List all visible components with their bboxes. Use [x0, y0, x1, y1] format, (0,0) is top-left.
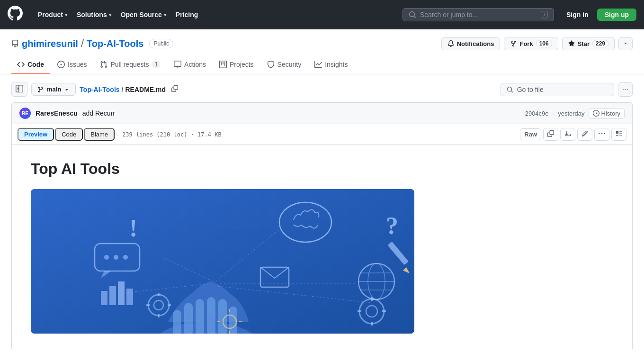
- tab-preview[interactable]: Preview: [18, 128, 54, 141]
- repo-meta: ghimiresunil / Top-AI-Tools Public Notif…: [11, 37, 633, 50]
- repo-separator: /: [81, 37, 84, 50]
- topnav-opensource[interactable]: Open Source ▾: [117, 8, 170, 21]
- chevron-down-icon: [623, 40, 628, 46]
- tab-code[interactable]: Code: [55, 128, 83, 141]
- tab-code[interactable]: Code: [11, 56, 50, 74]
- file-toolbar: main Top-AI-Tools / README.md: [11, 82, 633, 97]
- search-icon: [507, 86, 513, 93]
- chevron-down-icon: ▾: [109, 12, 111, 18]
- topnav-pricing[interactable]: Pricing: [172, 8, 202, 21]
- pr-count: 1: [152, 61, 161, 68]
- more-file-options-button[interactable]: [594, 128, 609, 141]
- github-logo[interactable]: [8, 6, 23, 24]
- svg-point-14: [123, 255, 128, 260]
- star-count: 229: [592, 40, 608, 47]
- outline-button[interactable]: [611, 128, 626, 141]
- readme-title: Top AI Tools: [31, 160, 613, 178]
- svg-point-13: [114, 255, 118, 260]
- file-view-actions: Raw: [520, 128, 626, 141]
- insights-icon: [314, 61, 322, 68]
- signin-button[interactable]: Sign in: [562, 9, 593, 21]
- fork-label: Fork: [519, 40, 533, 47]
- slash-badge: /: [541, 11, 548, 18]
- fork-icon: [510, 40, 517, 47]
- tab-actions[interactable]: Actions: [168, 56, 212, 74]
- security-icon: [267, 61, 275, 68]
- sidebar-toggle-button[interactable]: [11, 82, 27, 97]
- branch-name: main: [47, 86, 61, 93]
- svg-rect-23: [109, 286, 116, 305]
- issue-icon: [57, 61, 65, 68]
- commit-author: RaresEnescu: [36, 109, 78, 117]
- history-icon: [593, 110, 599, 117]
- history-button[interactable]: History: [589, 108, 625, 119]
- topnav-product[interactable]: Product ▾: [34, 8, 71, 21]
- commit-row: RE RaresEnescu add Recurr 2904c9e · yest…: [11, 102, 633, 124]
- svg-rect-3: [184, 303, 193, 334]
- history-label: History: [601, 110, 620, 117]
- repo-header: ghimiresunil / Top-AI-Tools Public Notif…: [0, 29, 644, 74]
- edit-button[interactable]: [577, 128, 592, 141]
- go-to-file-input[interactable]: [517, 86, 608, 93]
- signup-button[interactable]: Sign up: [597, 9, 636, 21]
- commit-right: 2904c9e · yesterday History: [525, 108, 625, 119]
- tab-insights[interactable]: Insights: [309, 56, 353, 74]
- chevron-down-icon: ▾: [164, 12, 166, 18]
- projects-icon: [219, 61, 227, 68]
- fork-count: 106: [536, 40, 552, 47]
- commit-message: add Recurr: [82, 109, 115, 117]
- topnav-links: Product ▾ Solutions ▾ Open Source ▾ Pric…: [34, 8, 395, 21]
- raw-button[interactable]: Raw: [520, 128, 541, 140]
- topnav-solutions[interactable]: Solutions ▾: [73, 8, 115, 21]
- tab-blame[interactable]: Blame: [84, 128, 115, 141]
- actions-icon: [174, 61, 181, 68]
- bell-icon: [447, 40, 454, 47]
- notifications-label: Notifications: [457, 40, 494, 47]
- tab-security[interactable]: Security: [261, 56, 307, 74]
- file-path-repo[interactable]: Top-AI-Tools: [80, 86, 119, 93]
- pr-icon: [100, 61, 107, 68]
- edit-icon: [581, 130, 588, 137]
- add-options-button[interactable]: [618, 37, 633, 50]
- star-button[interactable]: Star 229: [562, 37, 615, 50]
- copy-content-button[interactable]: [543, 128, 558, 141]
- file-view-tabs: Preview Code Blame: [18, 128, 115, 141]
- copy-icon: [171, 85, 178, 92]
- svg-rect-2: [173, 310, 181, 334]
- branch-button[interactable]: main: [31, 83, 76, 96]
- sidebar-icon: [16, 85, 23, 92]
- branch-icon: [37, 86, 44, 93]
- download-button[interactable]: [560, 128, 575, 141]
- repo-owner-link[interactable]: ghimiresunil: [22, 38, 78, 49]
- visibility-badge: Public: [149, 39, 173, 48]
- download-icon: [564, 130, 571, 137]
- search-bar[interactable]: /: [402, 8, 554, 21]
- svg-point-12: [104, 255, 109, 260]
- more-options-button[interactable]: ···: [618, 82, 633, 97]
- chevron-down-icon: ▾: [65, 12, 67, 18]
- repo-name-link[interactable]: Top-AI-Tools: [87, 38, 143, 49]
- copy-path-button[interactable]: [170, 84, 180, 94]
- svg-rect-4: [196, 299, 204, 334]
- readme-image: ? !: [31, 189, 414, 334]
- commit-dot: ·: [553, 110, 555, 117]
- go-to-file-search[interactable]: [501, 83, 614, 96]
- star-label: Star: [578, 40, 590, 47]
- svg-text:!: !: [129, 215, 137, 242]
- file-info: 239 lines (210 loc) · 17.4 KB: [122, 131, 222, 138]
- topnav: Product ▾ Solutions ▾ Open Source ▾ Pric…: [0, 0, 644, 29]
- tab-issues[interactable]: Issues: [52, 56, 92, 74]
- topnav-actions: Sign in Sign up: [562, 9, 636, 21]
- search-icon: [409, 11, 416, 18]
- svg-text:?: ?: [386, 212, 398, 239]
- commit-time: yesterday: [558, 110, 584, 117]
- tab-pullrequests[interactable]: Pull requests 1: [94, 56, 166, 74]
- notifications-button[interactable]: Notifications: [441, 37, 501, 50]
- repo-tabs: Code Issues Pull requests 1 Actions Pr: [11, 56, 633, 74]
- search-input[interactable]: [420, 11, 537, 18]
- svg-rect-5: [207, 297, 215, 334]
- tab-projects[interactable]: Projects: [214, 56, 259, 74]
- file-path: Top-AI-Tools / README.md: [80, 86, 166, 93]
- file-area: main Top-AI-Tools / README.md: [0, 74, 644, 357]
- fork-button[interactable]: Fork 106: [504, 37, 558, 50]
